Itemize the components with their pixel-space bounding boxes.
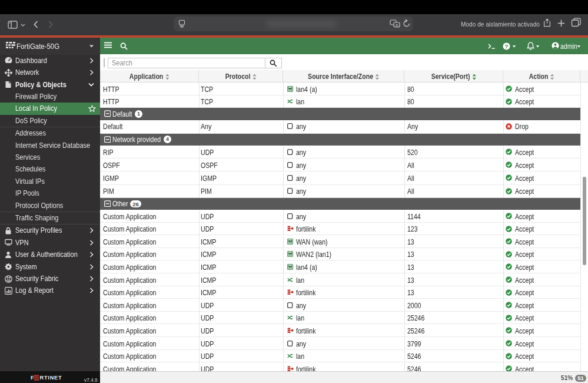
svg-text:a: a <box>396 23 398 27</box>
svg-text:RTINET: RTINET <box>40 375 62 381</box>
svg-text:F: F <box>31 375 34 381</box>
svg-text:?: ? <box>505 42 509 49</box>
